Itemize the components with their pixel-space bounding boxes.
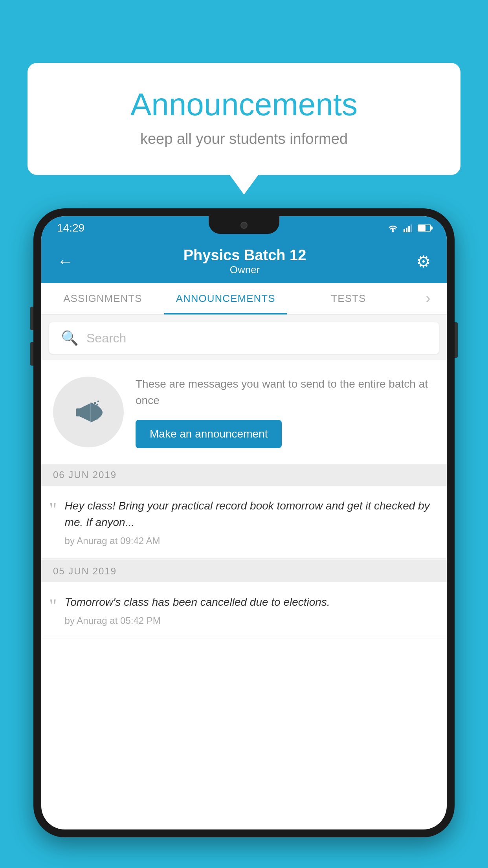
speech-bubble-container: Announcements keep all your students inf… bbox=[28, 63, 460, 175]
status-time: 14:29 bbox=[57, 222, 84, 234]
announcement-message-1: Hey class! Bring your practical record b… bbox=[65, 498, 435, 531]
svg-marker-5 bbox=[80, 403, 91, 422]
search-placeholder: Search bbox=[86, 331, 126, 346]
header-subtitle: Owner bbox=[183, 264, 306, 276]
settings-icon[interactable]: ⚙ bbox=[416, 252, 431, 271]
quote-icon-2: " bbox=[49, 596, 57, 615]
back-button[interactable]: ← bbox=[57, 252, 73, 271]
svg-rect-4 bbox=[411, 224, 412, 232]
phone-container: 14:29 bbox=[33, 208, 455, 868]
megaphone-circle bbox=[53, 377, 124, 447]
cta-right: These are messages you want to send to t… bbox=[136, 376, 435, 448]
tab-assignments[interactable]: ASSIGNMENTS bbox=[41, 283, 164, 314]
battery-icon bbox=[418, 224, 431, 232]
search-container[interactable]: 🔍 Search bbox=[49, 322, 439, 354]
announcement-text-1: Hey class! Bring your practical record b… bbox=[65, 498, 435, 546]
tab-more[interactable]: › bbox=[410, 283, 447, 314]
speech-bubble-title: Announcements bbox=[59, 86, 429, 123]
speech-bubble: Announcements keep all your students inf… bbox=[28, 63, 460, 175]
search-icon: 🔍 bbox=[61, 330, 79, 346]
svg-point-0 bbox=[392, 230, 394, 232]
announcement-text-2: Tomorrow's class has been cancelled due … bbox=[65, 594, 435, 626]
cta-description: These are messages you want to send to t… bbox=[136, 376, 435, 409]
app-header: ← Physics Batch 12 Owner ⚙ bbox=[41, 240, 447, 283]
announcement-meta-1: by Anurag at 09:42 AM bbox=[65, 535, 435, 546]
signal-icon bbox=[404, 224, 413, 232]
announcement-cta: These are messages you want to send to t… bbox=[41, 360, 447, 464]
announcement-item-2[interactable]: " Tomorrow's class has been cancelled du… bbox=[41, 582, 447, 638]
phone-notch bbox=[209, 216, 279, 234]
date-separator-2: 05 JUN 2019 bbox=[41, 560, 447, 582]
phone-screen: 14:29 bbox=[41, 216, 447, 829]
power-button bbox=[455, 322, 458, 358]
speech-bubble-subtitle: keep all your students informed bbox=[59, 131, 429, 147]
header-title: Physics Batch 12 bbox=[183, 247, 306, 264]
svg-point-8 bbox=[97, 401, 99, 403]
volume-down-button bbox=[30, 342, 33, 366]
phone-device: 14:29 bbox=[33, 208, 455, 837]
announcement-meta-2: by Anurag at 05:42 PM bbox=[65, 615, 435, 626]
make-announcement-button[interactable]: Make an announcement bbox=[136, 420, 282, 448]
svg-rect-3 bbox=[408, 226, 410, 232]
content-area: 🔍 Search bbox=[41, 314, 447, 638]
tabs-bar: ASSIGNMENTS ANNOUNCEMENTS TESTS › bbox=[41, 283, 447, 314]
svg-point-7 bbox=[94, 402, 96, 405]
quote-icon-1: " bbox=[49, 500, 57, 519]
wifi-icon bbox=[387, 224, 399, 232]
announcement-item-1[interactable]: " Hey class! Bring your practical record… bbox=[41, 486, 447, 559]
svg-rect-6 bbox=[76, 408, 81, 416]
tab-tests[interactable]: TESTS bbox=[287, 283, 410, 314]
tab-announcements[interactable]: ANNOUNCEMENTS bbox=[164, 283, 287, 314]
volume-up-button bbox=[30, 307, 33, 330]
header-title-group: Physics Batch 12 Owner bbox=[183, 247, 306, 276]
megaphone-icon bbox=[71, 394, 106, 430]
svg-point-9 bbox=[96, 404, 98, 406]
camera-dot bbox=[240, 222, 248, 229]
svg-rect-2 bbox=[406, 228, 407, 232]
battery-fill bbox=[418, 225, 426, 231]
announcement-message-2: Tomorrow's class has been cancelled due … bbox=[65, 594, 435, 611]
date-separator-1: 06 JUN 2019 bbox=[41, 464, 447, 486]
svg-rect-1 bbox=[404, 229, 405, 232]
status-icons bbox=[387, 224, 431, 232]
